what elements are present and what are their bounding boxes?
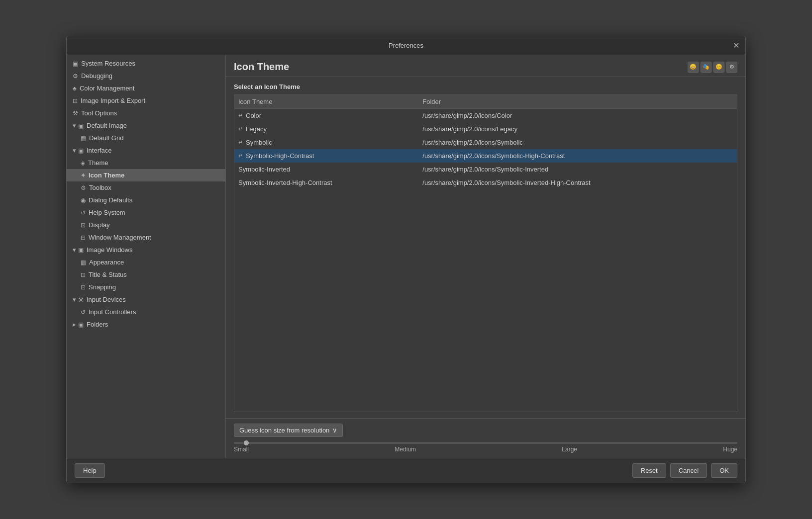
- sidebar-icon-input-devices: ⚒: [78, 296, 84, 303]
- row-name-2: Symbolic: [246, 139, 272, 146]
- sidebar-item-image-windows[interactable]: ▾▣Image Windows: [67, 244, 225, 256]
- sidebar-item-debugging[interactable]: ⚙Debugging: [67, 70, 225, 82]
- sidebar-label-system-resources: System Resources: [81, 60, 135, 67]
- sidebar-item-folders[interactable]: ▸▣Folders: [67, 318, 225, 331]
- sidebar-item-input-controllers[interactable]: ↺Input Controllers: [67, 306, 225, 318]
- sidebar-item-snapping[interactable]: ⊡Snapping: [67, 281, 225, 293]
- preferences-dialog: Preferences ✕ ▣System Resources⚙Debuggin…: [66, 36, 746, 483]
- sidebar-item-window-management[interactable]: ⊟Window Management: [67, 231, 225, 244]
- sidebar-item-image-import-export[interactable]: ⊡Image Import & Export: [67, 94, 225, 107]
- sidebar-label-input-controllers: Input Controllers: [89, 308, 136, 316]
- sidebar-item-title-status[interactable]: ⊡Title & Status: [67, 268, 225, 281]
- sidebar: ▣System Resources⚙Debugging♣Color Manage…: [67, 55, 226, 458]
- label-medium: Medium: [395, 446, 416, 453]
- panel-icon-3[interactable]: 😊: [713, 62, 724, 73]
- row-icon-1: ↵: [238, 126, 243, 132]
- sidebar-item-default-image[interactable]: ▾▣Default Image: [67, 119, 225, 132]
- bottom-controls: Guess icon size from resolution ∨ Small …: [226, 418, 745, 458]
- slider-thumb[interactable]: [244, 440, 249, 445]
- sidebar-item-dialog-defaults[interactable]: ◉Dialog Defaults: [67, 194, 225, 206]
- panel-icon-group: 😀 🎭 😊 ⚙: [688, 62, 737, 73]
- sidebar-icon-default-grid: ▦: [81, 135, 86, 142]
- sidebar-icon-title-status: ⊡: [81, 271, 86, 278]
- sidebar-label-image-import-export: Image Import & Export: [81, 97, 145, 104]
- panel-title: Icon Theme: [234, 61, 289, 73]
- sidebar-label-folders: Folders: [87, 321, 108, 328]
- sidebar-icon-debugging: ⚙: [73, 73, 78, 80]
- sidebar-item-interface[interactable]: ▾▣Interface: [67, 144, 225, 157]
- reset-button[interactable]: Reset: [632, 463, 666, 478]
- expand-arrow-input-devices: ▾: [73, 296, 76, 303]
- sidebar-item-theme[interactable]: ◈Theme: [67, 157, 225, 169]
- expand-arrow-default-image: ▾: [73, 122, 76, 129]
- slider-labels: Small Medium Large Huge: [234, 446, 737, 453]
- titlebar: Preferences ✕: [67, 36, 745, 55]
- icon-size-dropdown[interactable]: Guess icon size from resolution ∨: [234, 424, 343, 437]
- sidebar-icon-appearance: ▦: [81, 259, 86, 266]
- sidebar-item-help-system[interactable]: ↺Help System: [67, 206, 225, 219]
- sidebar-item-tool-options[interactable]: ⚒Tool Options: [67, 107, 225, 119]
- sidebar-item-default-grid[interactable]: ▦Default Grid: [67, 132, 225, 144]
- sidebar-icon-snapping: ⊡: [81, 284, 86, 291]
- expand-arrow-folders: ▸: [73, 321, 76, 328]
- sidebar-icon-icon-theme: ✦: [81, 172, 86, 179]
- table-row[interactable]: Symbolic-Inverted-High-Contrast/usr/shar…: [234, 176, 737, 189]
- row-name-5: Symbolic-Inverted-High-Contrast: [238, 179, 332, 186]
- expand-arrow-interface: ▾: [73, 147, 76, 154]
- footer-right: Reset Cancel OK: [632, 463, 737, 478]
- dialog-title: Preferences: [389, 42, 423, 49]
- slider-row: Small Medium Large Huge: [234, 442, 737, 453]
- sidebar-label-theme: Theme: [88, 159, 108, 167]
- panel-icon-1[interactable]: 😀: [688, 62, 699, 73]
- help-button[interactable]: Help: [75, 463, 105, 478]
- cell-name-3: ↵Symbolic-High-Contrast: [234, 149, 418, 163]
- sidebar-label-icon-theme: Icon Theme: [89, 172, 124, 179]
- sidebar-label-image-windows: Image Windows: [87, 246, 132, 254]
- sidebar-icon-tool-options: ⚒: [73, 110, 78, 117]
- sidebar-item-color-management[interactable]: ♣Color Management: [67, 82, 225, 94]
- cell-folder-3: /usr/share/gimp/2.0/icons/Symbolic-High-…: [418, 149, 737, 163]
- sidebar-label-input-devices: Input Devices: [87, 296, 126, 303]
- row-icon-0: ↵: [238, 112, 243, 119]
- sidebar-item-system-resources[interactable]: ▣System Resources: [67, 57, 225, 70]
- table-row[interactable]: ↵Color/usr/share/gimp/2.0/icons/Color: [234, 109, 737, 123]
- sidebar-item-appearance[interactable]: ▦Appearance: [67, 256, 225, 268]
- cell-folder-1: /usr/share/gimp/2.0/icons/Legacy: [418, 122, 737, 136]
- ok-button[interactable]: OK: [711, 463, 737, 478]
- col-icon-theme: Icon Theme: [234, 95, 418, 109]
- sidebar-item-input-devices[interactable]: ▾⚒Input Devices: [67, 293, 225, 306]
- panel-header: Icon Theme 😀 🎭 😊 ⚙: [226, 55, 745, 77]
- table-row[interactable]: ↵Symbolic-High-Contrast/usr/share/gimp/2…: [234, 149, 737, 163]
- sidebar-label-window-management: Window Management: [89, 234, 151, 241]
- table-row[interactable]: Symbolic-Inverted/usr/share/gimp/2.0/ico…: [234, 163, 737, 176]
- sidebar-icon-display: ⊡: [81, 222, 86, 229]
- row-icon-2: ↵: [238, 139, 243, 146]
- content-area: ▣System Resources⚙Debugging♣Color Manage…: [67, 55, 745, 458]
- sidebar-icon-toolbox: ⚙: [81, 184, 86, 191]
- table-row[interactable]: ↵Legacy/usr/share/gimp/2.0/icons/Legacy: [234, 122, 737, 136]
- panel-icon-2[interactable]: 🎭: [701, 62, 711, 73]
- close-button[interactable]: ✕: [733, 42, 739, 50]
- cell-name-4: Symbolic-Inverted: [234, 163, 418, 176]
- section-title: Select an Icon Theme: [234, 83, 737, 90]
- sidebar-label-help-system: Help System: [89, 209, 125, 216]
- cell-folder-0: /usr/share/gimp/2.0/icons/Color: [418, 109, 737, 123]
- cell-folder-4: /usr/share/gimp/2.0/icons/Symbolic-Inver…: [418, 163, 737, 176]
- sidebar-label-snapping: Snapping: [89, 283, 116, 291]
- sidebar-item-toolbox[interactable]: ⚙Toolbox: [67, 181, 225, 194]
- sidebar-label-tool-options: Tool Options: [81, 109, 117, 117]
- slider-track[interactable]: [234, 442, 737, 444]
- label-huge: Huge: [723, 446, 737, 453]
- sidebar-icon-theme: ◈: [81, 160, 85, 167]
- sidebar-icon-system-resources: ▣: [73, 60, 78, 67]
- sidebar-label-debugging: Debugging: [81, 72, 112, 80]
- row-icon-3: ↵: [238, 153, 243, 159]
- sidebar-item-display[interactable]: ⊡Display: [67, 219, 225, 231]
- sidebar-item-icon-theme[interactable]: ✦Icon Theme: [67, 169, 225, 181]
- cancel-button[interactable]: Cancel: [670, 463, 707, 478]
- cell-name-2: ↵Symbolic: [234, 136, 418, 149]
- panel-icon-4[interactable]: ⚙: [726, 62, 737, 73]
- sidebar-icon-folders: ▣: [78, 321, 84, 328]
- table-row[interactable]: ↵Symbolic/usr/share/gimp/2.0/icons/Symbo…: [234, 136, 737, 149]
- label-large: Large: [562, 446, 577, 453]
